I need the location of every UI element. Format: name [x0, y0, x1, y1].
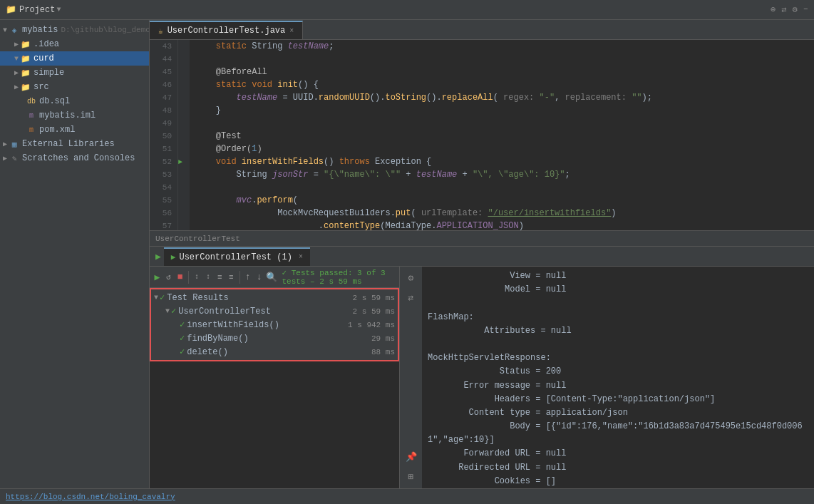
code-line-52: 52 ► void insertWithFields() throws Exce…	[150, 155, 814, 168]
code-line-57: 57 .contentType(MediaType.APPLICATION_JS…	[150, 220, 814, 230]
breadcrumb-text: UserControllerTest	[155, 235, 240, 243]
console-line	[428, 297, 808, 310]
search-tests-button[interactable]: 🔍	[266, 269, 277, 285]
console-line: Redirected URL = null	[428, 461, 808, 475]
scratches-icon: ✎	[9, 153, 20, 164]
sidebar-item-mybatisiml[interactable]: m mybatis.iml	[0, 108, 149, 123]
pin-button[interactable]: 📌	[403, 448, 420, 466]
minimize-icon[interactable]: –	[803, 4, 808, 15]
rerun-button[interactable]: ↺	[164, 269, 173, 285]
code-line-53: 53 String jsonStr = "{\"name\": \"" + te…	[150, 168, 814, 181]
test-method-label: insertWithFields()	[187, 320, 345, 330]
code-line-51: 51 @Order(1)	[150, 143, 814, 155]
sort-alpha-button[interactable]: ↕	[204, 269, 213, 285]
pass-check-icon: ✓	[171, 306, 176, 317]
test-method-time: 88 ms	[371, 348, 395, 356]
folder-blue-icon: 📁	[20, 53, 31, 64]
sidebar-item-label: Scratches and Consoles	[22, 153, 135, 163]
editor-tab-usercontrollertest[interactable]: ☕ UserControllerTest.java ×	[150, 21, 303, 39]
test-method-time: 1 s 942 ms	[348, 321, 395, 329]
project-icon: 📁	[6, 4, 16, 15]
breadcrumb: UserControllerTest	[150, 230, 814, 246]
scroll-pin-button[interactable]: ⊞	[403, 468, 420, 485]
chevron-right-icon: ▶	[14, 40, 19, 48]
sidebar-item-curd[interactable]: ▼ 📁 curd	[0, 51, 149, 66]
sidebar-item-simple[interactable]: ▶ 📁 simple	[0, 66, 149, 80]
test-row-delete[interactable]: ✓ delete() 88 ms	[151, 345, 398, 359]
test-tree: ▼ ✓ Test Results 2 s 59 ms ▼ ✓ UserContr…	[151, 289, 398, 360]
separator	[188, 271, 189, 284]
scroll-down-button[interactable]: ↓	[254, 269, 264, 285]
test-results-panel: ▼ ✓ Test Results 2 s 59 ms ▼ ✓ UserContr…	[150, 288, 399, 361]
sidebar-item-src[interactable]: ▶ 📁 src	[0, 80, 149, 94]
stop-button[interactable]: ■	[175, 269, 185, 285]
bottom-panel: ▶ ▶ UserControllerTest (1) × ▶ ↺ ■	[150, 246, 814, 488]
sidebar-item-dbsql[interactable]: db db.sql	[0, 94, 149, 108]
run-tab-close-icon[interactable]: ×	[299, 253, 303, 261]
sidebar-item-idea[interactable]: ▶ 📁 .idea	[0, 37, 149, 51]
code-line-56: 56 MockMvcRequestBuilders.put( urlTempla…	[150, 207, 814, 220]
chevron-right-icon: ▶	[14, 68, 19, 77]
sidebar-item-label: src	[34, 82, 49, 92]
iml-file-icon: m	[26, 110, 37, 121]
chevron-down-icon: ▼	[14, 55, 19, 63]
sidebar-tree: ▼ ◈ mybatis D:\github\blog_demos\mybatis…	[0, 20, 149, 488]
folder-blue-icon: 📁	[20, 67, 31, 78]
code-line-55: 55 mvc.perform(	[150, 194, 814, 207]
console-line: Content type = application/json	[428, 406, 808, 420]
pass-check-icon: ✓	[180, 346, 185, 357]
dropdown-chevron-icon[interactable]: ▼	[56, 6, 61, 14]
sidebar-item-pomxml[interactable]: m pom.xml	[0, 123, 149, 137]
tab-run-usercontrollertest[interactable]: ▶ UserControllerTest (1) ×	[164, 247, 310, 266]
console-line: Status = 200	[428, 365, 808, 379]
test-row-findbyname[interactable]: ✓ findByName() 29 ms	[151, 331, 398, 345]
separator2	[239, 271, 240, 284]
sidebar-item-extlibs[interactable]: ▶ ▦ External Libraries	[0, 137, 149, 151]
code-line-50: 50 @Test	[150, 130, 814, 143]
console-line: Forwarded URL = null	[428, 447, 808, 461]
code-line-46: 46 static void init() {	[150, 78, 814, 91]
test-row-usercontrollertest[interactable]: ▼ ✓ UserControllerTest 2 s 59 ms	[151, 304, 398, 318]
add-icon[interactable]: ⊕	[771, 4, 776, 15]
xml-file-icon: m	[26, 124, 37, 135]
sidebar-item-label: mybatis.iml	[39, 110, 96, 120]
tab-close-icon[interactable]: ×	[289, 27, 294, 35]
run-icon: ▶	[155, 251, 161, 262]
settings-side-button[interactable]: ⚙	[403, 269, 420, 287]
collapse-all-button[interactable]: ≡	[227, 269, 236, 285]
scroll-up-button[interactable]: ↑	[243, 269, 252, 285]
test-method-label: delete()	[187, 347, 369, 357]
sidebar-item-label: mybatis	[22, 25, 58, 35]
run-tab-label: UserControllerTest (1)	[179, 252, 292, 262]
settings-icon[interactable]: ⚙	[793, 4, 798, 15]
sidebar-item-label: .idea	[34, 39, 59, 49]
code-line-45: 45 @BeforeAll	[150, 66, 814, 78]
expand-all-button[interactable]: ≡	[215, 269, 225, 285]
right-panel: ☕ UserControllerTest.java × 43 static St…	[150, 20, 814, 488]
console-output[interactable]: View = null Model = null FlashMap: Attri…	[422, 267, 814, 488]
chevron-right-icon: ▶	[3, 140, 7, 148]
code-editor[interactable]: 43 static String testName; 44 45 @Before…	[150, 40, 814, 230]
library-icon: ▦	[9, 138, 20, 150]
folder-icon: 📁	[20, 38, 31, 50]
sync-icon[interactable]: ⇄	[781, 4, 786, 15]
sidebar-item-label: External Libraries	[22, 139, 115, 149]
code-line-48: 48 }	[150, 104, 814, 117]
passed-text: Tests passed: 3 of 3 tests – 2 s 59 ms	[282, 269, 385, 286]
filter-side-button[interactable]: ⇄	[403, 289, 420, 307]
sidebar-item-mybatis[interactable]: ▼ ◈ mybatis D:\github\blog_demos\mybatis	[0, 23, 149, 37]
sidebar-item-scratches[interactable]: ▶ ✎ Scratches and Consoles	[0, 151, 149, 165]
sql-file-icon: db	[26, 96, 37, 107]
console-line: Body = [{"id":176,"name":"16b1d3a83a7d47…	[428, 420, 808, 447]
run-tests-button[interactable]: ▶	[153, 269, 162, 285]
console-line: Headers = [Content-Type:"application/jso…	[428, 393, 808, 406]
top-bar-title: Project	[19, 5, 55, 15]
test-method-label: findByName()	[187, 334, 369, 344]
test-row-results[interactable]: ▼ ✓ Test Results 2 s 59 ms	[151, 291, 398, 304]
sort-duration-button[interactable]: ↕	[192, 269, 202, 285]
top-bar-actions: ⊕ ⇄ ⚙ –	[771, 4, 808, 15]
pass-check-icon: ✓	[180, 333, 185, 344]
blog-url[interactable]: https://blog.csdn.net/boling_cavalry	[6, 493, 175, 501]
chevron-down-icon: ▼	[165, 307, 170, 315]
test-row-insertwithfields[interactable]: ✓ insertWithFields() 1 s 942 ms	[151, 318, 398, 331]
